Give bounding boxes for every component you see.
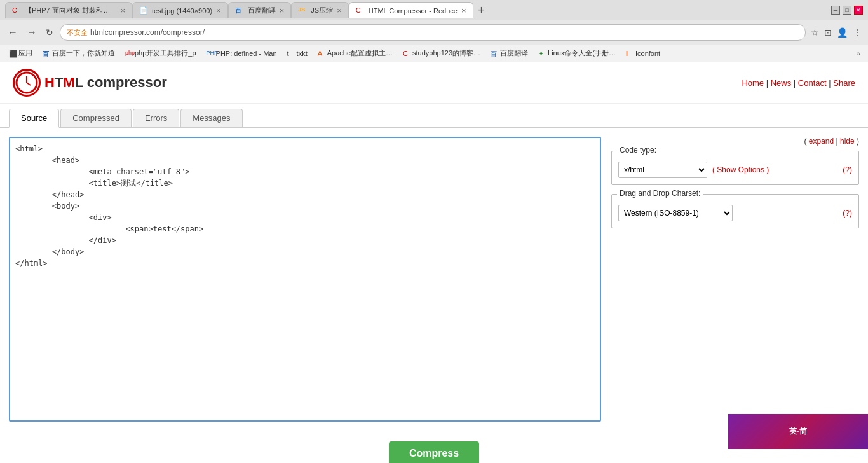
tab-errors[interactable]: Errors: [133, 109, 179, 127]
bookmark-apache[interactable]: A Apache配置虚拟主…: [314, 47, 397, 59]
security-warning: 不安全: [67, 28, 88, 38]
studyphp-favicon: C: [403, 50, 410, 57]
browser-tab-4[interactable]: JS JS压缩 ×: [291, 2, 348, 18]
show-options-link[interactable]: ( Show Options ): [712, 165, 769, 174]
bookmark-icon[interactable]: ☆: [810, 26, 820, 39]
expand-hide-controls: ( expand | hide ): [611, 137, 859, 146]
logo-clock-icon: [13, 69, 41, 97]
new-tab-button[interactable]: +: [473, 2, 490, 18]
bookmark-fanyi-label: 百度翻译: [500, 48, 528, 58]
expand-link[interactable]: expand: [809, 137, 834, 146]
iconfont-favicon: I: [626, 50, 634, 57]
address-input[interactable]: 不安全 htmlcompressor.com/compressor/: [60, 24, 806, 41]
bookmark-php-tool[interactable]: php php开发工具排行_p: [121, 47, 200, 59]
tab-compressed[interactable]: Compressed: [60, 109, 132, 127]
address-icons: ☆ ⊡ 👤 ⋮: [810, 26, 863, 39]
thumbnail-widget: 英·简: [728, 414, 868, 449]
phpdef-favicon: PHP: [207, 50, 214, 57]
window-controls: ─ □ ✕: [831, 6, 863, 15]
main-content: <html> <head> <meta charset="utf-8"> <ti…: [0, 128, 868, 432]
clock-svg: [15, 71, 38, 94]
bookmark-phptool-label: php开发工具排行_p: [135, 48, 196, 58]
bookmark-studyphp-label: studyphp123的博客…: [412, 48, 480, 58]
charset-group: Drag and Drop Charset: Western (ISO-8859…: [611, 194, 859, 228]
bookmark-baidu[interactable]: 百 百度一下，你就知道: [39, 47, 119, 59]
tab4-close[interactable]: ×: [337, 6, 342, 15]
tab-messages[interactable]: Messages: [180, 109, 242, 127]
tab3-title: 百度翻译: [248, 6, 276, 15]
browser-tab-1[interactable]: C 【PHP7 面向对象-封装和继承… ×: [5, 2, 132, 18]
bookmark-php-defined[interactable]: PHP PHP: defined - Man: [203, 48, 281, 59]
nav-home[interactable]: Home: [742, 78, 764, 88]
tab2-favicon: 📄: [139, 6, 148, 15]
compress-button[interactable]: Compress: [389, 441, 479, 463]
tab1-favicon: C: [12, 6, 21, 15]
cast-icon[interactable]: ⊡: [823, 26, 833, 39]
browser-tab-2[interactable]: 📄 test.jpg (1440×900) ×: [132, 2, 228, 18]
charset-legend: Drag and Drop Charset:: [617, 189, 703, 198]
code-type-group: Code type: x/html html4 html5 css js ( S…: [611, 151, 859, 185]
bookmark-iconfont[interactable]: I Iconfont: [622, 48, 664, 59]
bookmark-iconfont-label: Iconfont: [635, 50, 660, 57]
bookmark-apps[interactable]: ⬛ 应用: [5, 47, 36, 59]
logo-text: HTML compressor: [44, 74, 167, 91]
user-icon[interactable]: 👤: [836, 26, 849, 39]
bookmark-baidu-label: 百度一下，你就知道: [52, 48, 115, 58]
site-logo: HTML compressor: [13, 69, 167, 97]
site-nav: Home | News | Contact | Share: [742, 78, 855, 88]
right-panel: ( expand | hide ) Code type: x/html html…: [611, 137, 859, 424]
forward-button[interactable]: →: [24, 25, 39, 39]
bookmark-apps-label: 应用: [18, 48, 32, 58]
tab5-close[interactable]: ×: [461, 6, 466, 15]
bookmark-txkt[interactable]: t txkt: [283, 48, 311, 59]
tab-source[interactable]: Source: [9, 109, 59, 128]
code-type-help-button[interactable]: (?): [843, 165, 852, 174]
fanyi-favicon: 百: [491, 50, 498, 57]
source-area: <html> <head> <meta charset="utf-8"> <ti…: [9, 137, 601, 424]
title-bar: C 【PHP7 面向对象-封装和继承… × 📄 test.jpg (1440×9…: [0, 0, 868, 20]
charset-select[interactable]: Western (ISO-8859-1) UTF-8 Unicode Centr…: [618, 205, 733, 221]
bookmarks-bar: ⬛ 应用 百 百度一下，你就知道 php php开发工具排行_p PHP PHP…: [0, 45, 868, 62]
address-bar: ← → ↻ 不安全 htmlcompressor.com/compressor/…: [0, 20, 868, 45]
back-button[interactable]: ←: [5, 25, 20, 39]
bookmark-linux-label: Linux命令大全(手册…: [548, 48, 616, 58]
bookmark-fanyi[interactable]: 百 百度翻译: [487, 47, 532, 59]
apps-favicon: ⬛: [9, 50, 17, 57]
source-textarea[interactable]: <html> <head> <meta charset="utf-8"> <ti…: [9, 137, 601, 422]
code-type-select[interactable]: x/html html4 html5 css js: [618, 162, 707, 178]
tab3-close[interactable]: ×: [280, 6, 285, 15]
nav-share[interactable]: Share: [833, 78, 855, 88]
thumbnail-text: 英·简: [784, 421, 811, 442]
bookmarks-more[interactable]: »: [854, 48, 863, 59]
tab2-close[interactable]: ×: [216, 6, 221, 15]
site-header: HTML compressor Home | News | Contact | …: [0, 62, 868, 104]
maximize-button[interactable]: □: [843, 6, 851, 15]
bookmark-studyphp[interactable]: C studyphp123的博客…: [399, 47, 484, 59]
browser-tab-5[interactable]: C HTML Compressor - Reduce ×: [349, 2, 473, 18]
bookmark-linux[interactable]: ✦ Linux命令大全(手册…: [534, 47, 620, 59]
nav-contact[interactable]: Contact: [798, 78, 827, 88]
linux-favicon: ✦: [538, 50, 546, 57]
close-button[interactable]: ✕: [854, 6, 863, 15]
tab1-close[interactable]: ×: [120, 6, 125, 15]
reload-button[interactable]: ↻: [43, 26, 56, 39]
apache-favicon: A: [318, 50, 325, 57]
browser-tab-3[interactable]: 百 百度翻译 ×: [228, 2, 292, 18]
charset-row: Western (ISO-8859-1) UTF-8 Unicode Centr…: [618, 205, 852, 221]
bookmark-phpdef-label: PHP: defined - Man: [216, 50, 277, 57]
baidu-favicon: 百: [43, 50, 50, 57]
bookmark-apache-label: Apache配置虚拟主…: [327, 48, 393, 58]
hide-link[interactable]: hide: [840, 137, 855, 146]
tab3-favicon: 百: [235, 6, 244, 15]
tabs-row: C 【PHP7 面向对象-封装和继承… × 📄 test.jpg (1440×9…: [5, 2, 831, 18]
nav-news[interactable]: News: [771, 78, 792, 88]
tab1-title: 【PHP7 面向对象-封装和继承…: [25, 6, 116, 15]
txkt-favicon: t: [287, 50, 295, 57]
code-type-legend: Code type:: [617, 146, 659, 155]
minimize-button[interactable]: ─: [831, 6, 840, 15]
menu-icon[interactable]: ⋮: [851, 26, 863, 39]
charset-help-button[interactable]: (?): [843, 209, 852, 218]
tab4-favicon: JS: [298, 6, 307, 15]
address-url: htmlcompressor.com/compressor/: [90, 28, 205, 37]
bookmark-txkt-label: txkt: [297, 50, 308, 57]
